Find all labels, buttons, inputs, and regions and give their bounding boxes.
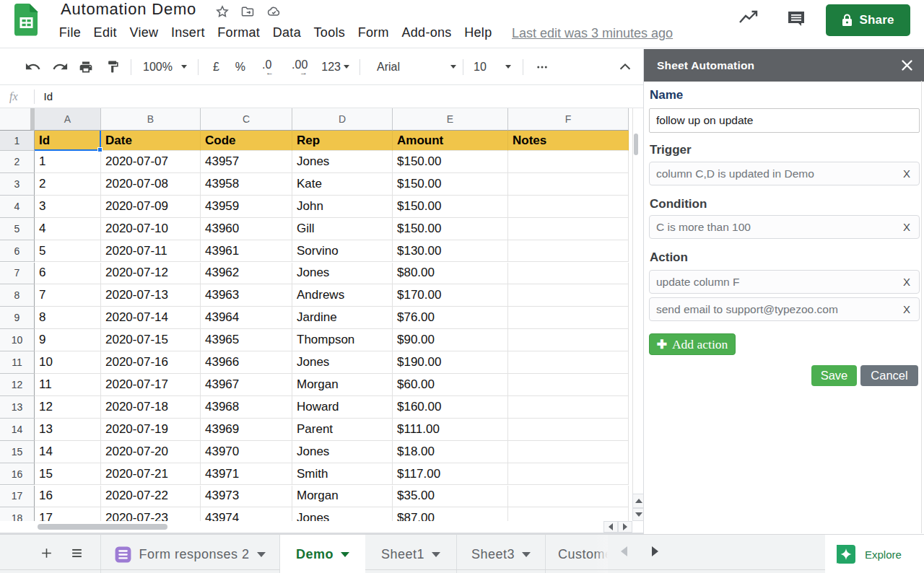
cell-D8[interactable]: Andrews — [292, 284, 393, 307]
row-header-5[interactable]: 5 — [0, 218, 35, 240]
cell-A17[interactable]: 16 — [35, 486, 101, 508]
cell-D14[interactable]: Parent — [292, 419, 393, 441]
row-header-1[interactable]: 1 — [0, 131, 35, 151]
comment-icon[interactable] — [786, 9, 806, 29]
format-currency-button[interactable]: £ — [213, 61, 219, 74]
explore-icon[interactable] — [837, 545, 855, 564]
menu-help[interactable]: Help — [458, 23, 498, 42]
sheet-tab-menu-icon[interactable] — [341, 552, 349, 557]
menu-data[interactable]: Data — [266, 23, 308, 42]
sheet-tab-menu-icon[interactable] — [522, 552, 531, 557]
cell-E1[interactable]: Amount — [393, 131, 508, 151]
row-header-14[interactable]: 14 — [0, 419, 35, 441]
cell-A13[interactable]: 12 — [35, 396, 101, 419]
formula-bar[interactable]: fx Id — [0, 84, 645, 108]
row-header-11[interactable]: 11 — [0, 351, 35, 374]
cell-D16[interactable]: Smith — [292, 463, 393, 486]
cell-A5[interactable]: 4 — [35, 218, 101, 240]
condition-remove-button[interactable]: X — [903, 221, 910, 233]
row-header-2[interactable]: 2 — [0, 151, 35, 173]
cell-A3[interactable]: 2 — [35, 173, 101, 196]
action-remove-button[interactable]: X — [903, 303, 910, 315]
cell-C12[interactable]: 43967 — [201, 374, 292, 396]
cell-F4[interactable] — [508, 196, 629, 218]
cell-D7[interactable]: Jones — [292, 263, 393, 285]
column-header-A[interactable]: A — [35, 108, 101, 131]
sheet-tab-menu-icon[interactable] — [257, 552, 266, 557]
cell-F6[interactable] — [508, 240, 629, 263]
automation-name-input[interactable]: follow up on update — [649, 108, 920, 133]
cell-B14[interactable]: 2020-07-19 — [101, 419, 201, 441]
cell-A6[interactable]: 5 — [35, 240, 101, 263]
cell-A14[interactable]: 13 — [35, 419, 101, 441]
cell-D3[interactable]: Kate — [292, 173, 393, 196]
row-header-7[interactable]: 7 — [0, 263, 35, 285]
menu-add-ons[interactable]: Add-ons — [396, 23, 458, 42]
cloud-status-icon[interactable] — [266, 4, 282, 19]
cell-B17[interactable]: 2020-07-22 — [101, 486, 201, 508]
cell-C8[interactable]: 43963 — [201, 284, 292, 307]
row-header-16[interactable]: 16 — [0, 463, 35, 486]
cell-E15[interactable]: $18.00 — [393, 441, 508, 463]
share-button[interactable]: Share — [826, 4, 910, 36]
sheet-tab-sheet3[interactable]: Sheet3 — [457, 535, 546, 573]
cell-A7[interactable]: 6 — [35, 263, 101, 285]
cell-C5[interactable]: 43960 — [201, 218, 292, 240]
cell-F2[interactable] — [508, 151, 629, 173]
cell-B2[interactable]: 2020-07-07 — [101, 151, 201, 173]
sheets-logo-icon[interactable] — [14, 4, 38, 37]
cell-C1[interactable]: Code — [201, 131, 292, 151]
cell-D4[interactable]: John — [292, 196, 393, 218]
save-button[interactable]: Save — [811, 365, 857, 386]
font-size-select[interactable]: 10 — [474, 61, 511, 74]
menu-tools[interactable]: Tools — [308, 23, 352, 42]
row-header-8[interactable]: 8 — [0, 284, 35, 307]
cell-C17[interactable]: 43973 — [201, 486, 292, 508]
sheet-tab-custome[interactable]: Custome — [546, 535, 608, 573]
cell-E2[interactable]: $150.00 — [393, 151, 508, 173]
cell-C16[interactable]: 43971 — [201, 463, 292, 486]
cell-C6[interactable]: 43961 — [201, 240, 292, 263]
cell-F10[interactable] — [508, 329, 629, 351]
scroll-right-button[interactable] — [618, 521, 632, 533]
cell-D1[interactable]: Rep — [292, 131, 393, 151]
cell-C3[interactable]: 43958 — [201, 173, 292, 196]
document-title[interactable]: Automation Demo — [61, 0, 196, 19]
cell-F12[interactable] — [508, 374, 629, 396]
cell-B12[interactable]: 2020-07-17 — [101, 374, 201, 396]
cell-D5[interactable]: Gill — [292, 218, 393, 240]
format-percent-button[interactable]: % — [235, 61, 245, 74]
cell-B8[interactable]: 2020-07-13 — [101, 284, 201, 307]
cell-E13[interactable]: $160.00 — [393, 396, 508, 419]
cell-C14[interactable]: 43969 — [201, 419, 292, 441]
cell-F16[interactable] — [508, 463, 629, 486]
cell-B3[interactable]: 2020-07-08 — [101, 173, 201, 196]
cell-D11[interactable]: Jones — [292, 351, 393, 374]
cell-C7[interactable]: 43962 — [201, 263, 292, 285]
column-header-B[interactable]: B — [101, 108, 201, 131]
cell-E9[interactable]: $76.00 — [393, 307, 508, 329]
row-header-3[interactable]: 3 — [0, 173, 35, 196]
cell-B11[interactable]: 2020-07-16 — [101, 351, 201, 374]
cancel-button[interactable]: Cancel — [860, 365, 918, 386]
panel-close-icon[interactable] — [899, 58, 914, 72]
cell-A2[interactable]: 1 — [35, 151, 101, 173]
row-header-10[interactable]: 10 — [0, 329, 35, 351]
cell-E4[interactable]: $150.00 — [393, 196, 508, 218]
row-header-17[interactable]: 17 — [0, 486, 35, 508]
column-header-F[interactable]: F — [508, 108, 629, 131]
cell-F5[interactable] — [508, 218, 629, 240]
cell-F7[interactable] — [508, 263, 629, 285]
cell-F14[interactable] — [508, 419, 629, 441]
explore-label[interactable]: Explore — [865, 548, 902, 561]
font-family-select[interactable]: Arial — [377, 61, 456, 74]
menu-file[interactable]: File — [53, 23, 87, 42]
cell-D13[interactable]: Howard — [292, 396, 393, 419]
cell-E11[interactable]: $190.00 — [393, 351, 508, 374]
cell-B1[interactable]: Date — [101, 131, 201, 151]
cell-B5[interactable]: 2020-07-10 — [101, 218, 201, 240]
sheet-tab-form-responses-2[interactable]: Form responses 2 — [101, 535, 280, 573]
tab-scroll-left-icon[interactable] — [621, 546, 627, 556]
menu-insert[interactable]: Insert — [165, 23, 211, 42]
redo-icon[interactable] — [51, 58, 69, 76]
